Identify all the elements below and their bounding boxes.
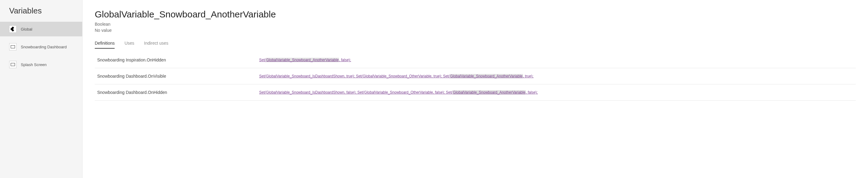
screen-icon	[9, 61, 17, 68]
sidebar-item-label: Snowboarding Dashboard	[21, 44, 67, 49]
tab-definitions[interactable]: Definitions	[95, 41, 115, 49]
definition-formula[interactable]: Set(GlobalVariable_Snowboard_AnotherVari…	[259, 58, 853, 62]
formula-segment: Set(GlobalVariable_Snowboard_IsDashboard…	[259, 74, 450, 78]
formula-highlighted-variable: GlobalVariable_Snowboard_AnotherVariable	[453, 90, 526, 94]
definition-formula[interactable]: Set(GlobalVariable_Snowboard_IsDashboard…	[259, 74, 853, 78]
tab-uses[interactable]: Uses	[124, 41, 134, 49]
formula-segment: Set(GlobalVariable_Snowboard_IsDashboard…	[259, 90, 453, 94]
formula-segment: Set(	[259, 58, 266, 62]
formula-highlighted-variable: GlobalVariable_Snowboard_AnotherVariable	[266, 58, 339, 62]
sidebar-item-splash-screen[interactable]: Splash Screen	[0, 57, 82, 72]
tab-indirect-uses[interactable]: Indirect uses	[144, 41, 168, 49]
variable-type: Boolean	[95, 22, 856, 28]
definition-formula[interactable]: Set(GlobalVariable_Snowboard_IsDashboard…	[259, 90, 853, 94]
definition-row: Snowboarding Dashboard.OnVisibleSet(Glob…	[95, 68, 856, 84]
sidebar-item-label: Splash Screen	[21, 62, 47, 67]
definition-location: Snowboarding Inspiration.OnHidden	[97, 58, 259, 62]
screen-icon	[9, 43, 17, 51]
formula-segment: , true);	[523, 74, 534, 78]
global-icon	[9, 25, 17, 33]
sidebar-title: Variables	[0, 3, 82, 22]
sidebar-item-global[interactable]: Global	[0, 22, 82, 36]
sidebar-item-snowboarding-dashboard[interactable]: Snowboarding Dashboard	[0, 39, 82, 54]
formula-segment: , false);	[526, 90, 537, 94]
variable-name: GlobalVariable_Snowboard_AnotherVariable	[95, 9, 856, 20]
sidebar-item-label: Global	[21, 27, 32, 31]
variable-value: No value	[95, 28, 856, 34]
formula-segment: , false);	[339, 58, 351, 62]
definitions-table: Snowboarding Inspiration.OnHiddenSet(Glo…	[95, 52, 856, 100]
variables-sidebar: Variables Global Snowboarding Dashboard …	[0, 0, 83, 178]
definition-location: Snowboarding Dashboard.OnVisible	[97, 74, 259, 79]
formula-highlighted-variable: GlobalVariable_Snowboard_AnotherVariable	[450, 74, 523, 78]
definition-location: Snowboarding Dashboard.OnHidden	[97, 90, 259, 95]
definition-row: Snowboarding Dashboard.OnHiddenSet(Globa…	[95, 84, 856, 100]
main-content: GlobalVariable_Snowboard_AnotherVariable…	[83, 0, 868, 178]
definition-row: Snowboarding Inspiration.OnHiddenSet(Glo…	[95, 52, 856, 68]
tabs: Definitions Uses Indirect uses	[95, 41, 856, 49]
